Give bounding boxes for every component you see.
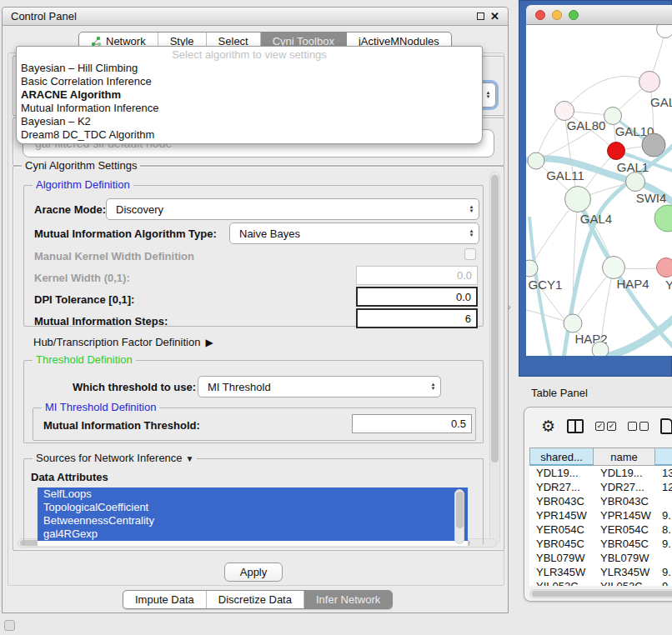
data-attributes-list[interactable]: SelfLoops TopologicalCoefficient Between… xyxy=(38,488,468,546)
network-node[interactable] xyxy=(656,25,672,38)
table-row[interactable]: YDR27... YDR27... 12 xyxy=(529,480,672,494)
threshold-definition-group: Threshold Definition Which threshold to … xyxy=(23,360,484,443)
splitter-handle-icon[interactable]: › xyxy=(508,302,511,312)
cyni-algorithm-settings-group: Cyni Algorithm Settings Algorithm Defini… xyxy=(13,166,504,551)
table-row[interactable]: YBL079W YBL079W xyxy=(529,551,672,565)
which-threshold-label: Which threshold to use: xyxy=(73,381,196,393)
network-node[interactable] xyxy=(564,314,583,333)
control-panel-titlebar: Control Panel ✕ xyxy=(3,8,508,26)
table-row[interactable]: YIL052C YIL052C 9 xyxy=(529,579,672,586)
network-node-label: GCY1 xyxy=(529,278,563,292)
export-table-icon[interactable] xyxy=(660,418,672,434)
kernel-width-label: Kernel Width (0,1): xyxy=(34,272,130,284)
data-attributes-label: Data Attributes xyxy=(31,471,108,483)
network-node[interactable] xyxy=(592,342,609,357)
network-node-label: GAL4 xyxy=(580,212,612,226)
aracne-mode-combobox[interactable]: Discovery ▲▼ xyxy=(106,198,479,220)
network-node[interactable] xyxy=(607,142,625,160)
data-attribute-item[interactable]: gal4RGexp xyxy=(38,528,468,541)
algorithm-popup-item[interactable]: ARACNE Algorithm xyxy=(17,88,482,102)
mi-steps-field[interactable] xyxy=(356,308,478,328)
mi-threshold-definition-group: MI Threshold Definition Mutual Informati… xyxy=(33,408,476,441)
data-attribute-item[interactable]: SelfLoops xyxy=(38,488,468,501)
hub-definition-toggle[interactable]: Hub/Transcription Factor Definition▶ xyxy=(33,336,213,348)
sources-title[interactable]: Sources for Network Inference▼ xyxy=(33,452,197,464)
tab-impute-data[interactable]: Impute Data xyxy=(123,591,207,608)
table-row[interactable]: YBR043C YBR043C xyxy=(529,494,672,508)
window-minimize-icon[interactable] xyxy=(552,10,562,20)
network-node[interactable] xyxy=(604,107,622,125)
network-node[interactable] xyxy=(602,256,625,279)
column-header-next[interactable]: A xyxy=(655,448,672,466)
network-node[interactable] xyxy=(639,71,660,92)
algorithm-popup-item[interactable]: Bayesian – Hill Climbing xyxy=(17,62,482,75)
close-panel-icon[interactable]: ✕ xyxy=(490,11,499,22)
attributes-scrollbar[interactable] xyxy=(454,489,464,544)
network-node[interactable] xyxy=(526,260,539,278)
control-panel-title: Control Panel xyxy=(11,10,77,22)
manual-kernel-width-checkbox[interactable] xyxy=(464,248,476,260)
network-view-frame: GAL GAL80 GAL10 GAL1 xyxy=(519,0,672,377)
mi-steps-label: Mutual Information Steps: xyxy=(34,315,168,328)
network-nodes-layer: GAL GAL80 GAL10 GAL1 xyxy=(526,25,672,356)
float-panel-icon[interactable] xyxy=(477,12,484,20)
table-row[interactable]: YDL19... YDL19... 13 xyxy=(529,466,672,480)
stepper-icon: ▲▼ xyxy=(464,199,479,219)
algorithm-popup-item[interactable]: Basic Correlation Inference xyxy=(17,75,482,88)
data-attribute-item[interactable]: TopologicalCoefficient xyxy=(38,501,468,514)
node-table: shared... name A YDL19... YDL19... 13 YD… xyxy=(529,448,672,586)
aracne-mode-label: Aracne Mode: xyxy=(34,203,106,216)
tab-infer-network[interactable]: Infer Network xyxy=(304,591,392,608)
mi-threshold-definition-title: MI Threshold Definition xyxy=(42,401,159,413)
cyni-algorithm-settings-title: Cyni Algorithm Settings xyxy=(22,159,140,172)
column-header-name[interactable]: name xyxy=(594,448,655,466)
window-zoom-icon[interactable] xyxy=(569,10,579,20)
stepper-icon: ▲▼ xyxy=(426,377,440,397)
network-node[interactable] xyxy=(642,133,666,158)
collapse-arrow-icon: ▼ xyxy=(186,454,194,463)
algorithm-popup-item[interactable]: Mutual Information Inference xyxy=(17,102,482,115)
algorithm-popup-item[interactable]: Dream8 DC_TDC Algorithm xyxy=(17,128,482,142)
dpi-tolerance-field[interactable] xyxy=(356,287,478,307)
network-canvas[interactable]: GAL GAL80 GAL10 GAL1 xyxy=(526,25,672,356)
network-node[interactable] xyxy=(528,152,545,170)
apply-button[interactable]: Apply xyxy=(224,562,283,582)
settings-vertical-scrollbar[interactable] xyxy=(489,172,500,545)
docked-panel-icon[interactable] xyxy=(4,620,15,631)
gear-icon[interactable]: ⚙ xyxy=(541,417,555,436)
table-row[interactable]: YPR145W YPR145W 9. xyxy=(529,508,672,522)
mi-algorithm-type-combobox[interactable]: Naive Bayes ▲▼ xyxy=(229,222,479,244)
network-node[interactable] xyxy=(656,258,672,278)
tab-discretize-data[interactable]: Discretize Data xyxy=(207,591,304,608)
network-node-label: HAP4 xyxy=(616,277,649,291)
algorithm-definition-title: Algorithm Definition xyxy=(33,178,133,191)
table-row[interactable]: YER054C YER054C 8. xyxy=(529,522,672,537)
data-attribute-item[interactable]: BetweennessCentrality xyxy=(38,514,468,528)
deselect-all-icon[interactable] xyxy=(628,422,649,431)
algorithm-popup-item[interactable]: Bayesian – K2 xyxy=(17,115,482,128)
network-node-label: GAL80 xyxy=(567,118,606,132)
dpi-tolerance-label: DPI Tolerance [0,1]: xyxy=(34,293,134,306)
table-row[interactable]: YLR345W YLR345W 9. xyxy=(529,565,672,579)
network-node[interactable] xyxy=(654,205,672,232)
network-window-titlebar[interactable] xyxy=(526,5,672,25)
which-threshold-combobox[interactable]: MI Threshold ▲▼ xyxy=(198,376,441,398)
network-node-label: GAL xyxy=(650,95,672,109)
select-all-icon[interactable]: ✓✓ xyxy=(595,422,616,431)
cyni-bottom-tabbar: Impute Data Discretize Data Infer Networ… xyxy=(123,590,393,609)
table-body[interactable]: YDL19... YDL19... 13 YDR27... YDR27... 1… xyxy=(529,466,672,586)
window-close-icon[interactable] xyxy=(535,10,545,20)
table-panel-window: ⚙ ✓✓ shared... name A YDL19... YDL19... … xyxy=(524,407,672,602)
mi-algorithm-type-label: Mutual Information Algorithm Type: xyxy=(34,228,217,240)
column-layout-icon[interactable] xyxy=(567,419,584,433)
mi-threshold-field[interactable] xyxy=(352,414,472,433)
table-row[interactable]: YBR045C YBR045C 9. xyxy=(529,537,672,551)
network-node[interactable] xyxy=(625,172,645,192)
algorithm-popup: Select algorithm to view settings Bayesi… xyxy=(16,46,483,144)
table-toolbar: ⚙ ✓✓ xyxy=(524,408,672,444)
kernel-width-field[interactable] xyxy=(356,266,478,285)
network-node[interactable] xyxy=(564,186,591,212)
table-horizontal-scrollbar[interactable] xyxy=(529,589,672,598)
column-header-shared-name[interactable]: shared... xyxy=(529,448,594,466)
expand-arrow-icon: ▶ xyxy=(205,337,213,348)
